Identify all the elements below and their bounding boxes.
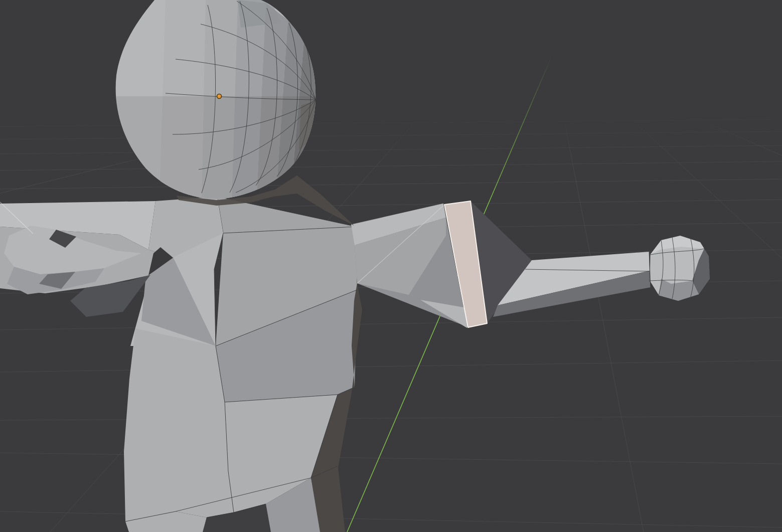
mesh-hand-right[interactable] xyxy=(649,236,710,301)
viewport-3d[interactable] xyxy=(0,0,782,532)
viewport-canvas[interactable] xyxy=(0,0,782,532)
active-vertex[interactable] xyxy=(217,94,222,99)
